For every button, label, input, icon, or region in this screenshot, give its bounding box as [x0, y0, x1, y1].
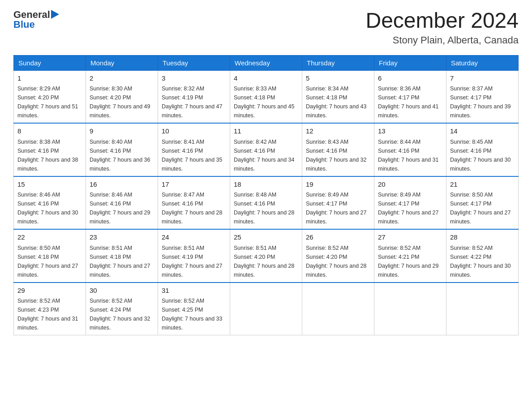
day-info: Sunrise: 8:43 AMSunset: 4:16 PMDaylight:…	[306, 139, 367, 172]
day-info: Sunrise: 8:44 AMSunset: 4:16 PMDaylight:…	[378, 139, 439, 172]
day-info: Sunrise: 8:36 AMSunset: 4:17 PMDaylight:…	[378, 86, 439, 119]
table-row: 2Sunrise: 8:30 AMSunset: 4:20 PMDaylight…	[86, 70, 158, 123]
day-info: Sunrise: 8:33 AMSunset: 4:18 PMDaylight:…	[234, 86, 295, 119]
calendar-week-1: 1Sunrise: 8:29 AMSunset: 4:20 PMDaylight…	[14, 70, 519, 123]
day-info: Sunrise: 8:52 AMSunset: 4:22 PMDaylight:…	[450, 245, 511, 278]
day-info: Sunrise: 8:49 AMSunset: 4:17 PMDaylight:…	[306, 192, 367, 225]
table-row	[302, 283, 374, 335]
day-number: 29	[17, 286, 82, 296]
day-info: Sunrise: 8:41 AMSunset: 4:16 PMDaylight:…	[162, 139, 223, 172]
day-number: 12	[306, 126, 370, 137]
day-number: 14	[450, 126, 515, 137]
day-number: 10	[162, 126, 226, 137]
day-number: 31	[162, 286, 226, 296]
table-row: 4Sunrise: 8:33 AMSunset: 4:18 PMDaylight…	[230, 70, 302, 123]
day-number: 8	[17, 126, 82, 137]
table-row: 30Sunrise: 8:52 AMSunset: 4:24 PMDayligh…	[86, 283, 158, 335]
day-info: Sunrise: 8:49 AMSunset: 4:17 PMDaylight:…	[378, 192, 439, 225]
day-info: Sunrise: 8:30 AMSunset: 4:20 PMDaylight:…	[90, 86, 150, 119]
table-row: 23Sunrise: 8:51 AMSunset: 4:18 PMDayligh…	[86, 229, 158, 283]
table-row: 10Sunrise: 8:41 AMSunset: 4:16 PMDayligh…	[158, 123, 230, 176]
calendar-table: Sunday Monday Tuesday Wednesday Thursday…	[13, 55, 519, 336]
table-row: 11Sunrise: 8:42 AMSunset: 4:16 PMDayligh…	[230, 123, 302, 176]
header-wednesday: Wednesday	[230, 55, 302, 70]
table-row: 18Sunrise: 8:48 AMSunset: 4:16 PMDayligh…	[230, 176, 302, 230]
table-row: 19Sunrise: 8:49 AMSunset: 4:17 PMDayligh…	[302, 176, 374, 230]
day-info: Sunrise: 8:51 AMSunset: 4:20 PMDaylight:…	[234, 245, 295, 278]
day-number: 15	[17, 180, 82, 190]
table-row: 12Sunrise: 8:43 AMSunset: 4:16 PMDayligh…	[302, 123, 374, 176]
day-info: Sunrise: 8:52 AMSunset: 4:23 PMDaylight:…	[17, 298, 78, 331]
logo-blue-text: Blue	[13, 19, 35, 30]
table-row	[374, 283, 446, 335]
day-number: 21	[450, 180, 515, 190]
month-title: December 2024	[365, 9, 519, 33]
table-row: 8Sunrise: 8:38 AMSunset: 4:16 PMDaylight…	[14, 123, 86, 176]
table-row: 14Sunrise: 8:45 AMSunset: 4:16 PMDayligh…	[446, 123, 519, 176]
day-number: 2	[90, 73, 154, 84]
logo-arrow-icon	[51, 10, 59, 19]
day-number: 23	[90, 232, 154, 243]
day-info: Sunrise: 8:29 AMSunset: 4:20 PMDaylight:…	[17, 86, 78, 119]
day-info: Sunrise: 8:52 AMSunset: 4:25 PMDaylight:…	[162, 298, 223, 331]
day-number: 16	[90, 180, 154, 190]
page-header: General Blue December 2024 Stony Plain, …	[13, 9, 519, 46]
day-info: Sunrise: 8:34 AMSunset: 4:18 PMDaylight:…	[306, 86, 367, 119]
table-row: 22Sunrise: 8:50 AMSunset: 4:18 PMDayligh…	[14, 229, 86, 283]
day-number: 4	[234, 73, 298, 84]
title-section: December 2024 Stony Plain, Alberta, Cana…	[365, 9, 519, 46]
calendar-week-3: 15Sunrise: 8:46 AMSunset: 4:16 PMDayligh…	[14, 176, 519, 230]
day-number: 27	[378, 232, 442, 243]
day-number: 22	[17, 232, 82, 243]
header-saturday: Saturday	[446, 55, 519, 70]
day-number: 7	[450, 73, 515, 84]
day-info: Sunrise: 8:52 AMSunset: 4:21 PMDaylight:…	[378, 245, 439, 278]
day-number: 3	[162, 73, 226, 84]
day-info: Sunrise: 8:46 AMSunset: 4:16 PMDaylight:…	[17, 192, 78, 225]
table-row	[230, 283, 302, 335]
table-row: 27Sunrise: 8:52 AMSunset: 4:21 PMDayligh…	[374, 229, 446, 283]
table-row: 31Sunrise: 8:52 AMSunset: 4:25 PMDayligh…	[158, 283, 230, 335]
table-row: 26Sunrise: 8:52 AMSunset: 4:20 PMDayligh…	[302, 229, 374, 283]
header-sunday: Sunday	[14, 55, 86, 70]
day-number: 13	[378, 126, 442, 137]
day-info: Sunrise: 8:46 AMSunset: 4:16 PMDaylight:…	[90, 192, 150, 225]
table-row: 16Sunrise: 8:46 AMSunset: 4:16 PMDayligh…	[86, 176, 158, 230]
table-row: 15Sunrise: 8:46 AMSunset: 4:16 PMDayligh…	[14, 176, 86, 230]
day-info: Sunrise: 8:45 AMSunset: 4:16 PMDaylight:…	[450, 139, 511, 172]
day-info: Sunrise: 8:51 AMSunset: 4:19 PMDaylight:…	[162, 245, 223, 278]
header-tuesday: Tuesday	[158, 55, 230, 70]
day-info: Sunrise: 8:47 AMSunset: 4:16 PMDaylight:…	[162, 192, 223, 225]
day-info: Sunrise: 8:50 AMSunset: 4:17 PMDaylight:…	[450, 192, 511, 225]
svg-marker-0	[51, 10, 59, 19]
day-info: Sunrise: 8:37 AMSunset: 4:17 PMDaylight:…	[450, 86, 511, 119]
table-row: 28Sunrise: 8:52 AMSunset: 4:22 PMDayligh…	[446, 229, 519, 283]
calendar-week-4: 22Sunrise: 8:50 AMSunset: 4:18 PMDayligh…	[14, 229, 519, 283]
calendar-header-row: Sunday Monday Tuesday Wednesday Thursday…	[14, 55, 519, 70]
table-row: 1Sunrise: 8:29 AMSunset: 4:20 PMDaylight…	[14, 70, 86, 123]
day-info: Sunrise: 8:32 AMSunset: 4:19 PMDaylight:…	[162, 86, 223, 119]
day-info: Sunrise: 8:48 AMSunset: 4:16 PMDaylight:…	[234, 192, 295, 225]
header-monday: Monday	[86, 55, 158, 70]
day-number: 18	[234, 180, 298, 190]
day-info: Sunrise: 8:40 AMSunset: 4:16 PMDaylight:…	[90, 139, 150, 172]
table-row	[446, 283, 519, 335]
logo: General Blue	[13, 9, 59, 30]
day-number: 25	[234, 232, 298, 243]
day-number: 11	[234, 126, 298, 137]
table-row: 24Sunrise: 8:51 AMSunset: 4:19 PMDayligh…	[158, 229, 230, 283]
day-number: 30	[90, 286, 154, 296]
day-info: Sunrise: 8:38 AMSunset: 4:16 PMDaylight:…	[17, 139, 78, 172]
table-row: 29Sunrise: 8:52 AMSunset: 4:23 PMDayligh…	[14, 283, 86, 335]
calendar-week-2: 8Sunrise: 8:38 AMSunset: 4:16 PMDaylight…	[14, 123, 519, 176]
table-row: 20Sunrise: 8:49 AMSunset: 4:17 PMDayligh…	[374, 176, 446, 230]
location-title: Stony Plain, Alberta, Canada	[365, 34, 519, 46]
table-row: 13Sunrise: 8:44 AMSunset: 4:16 PMDayligh…	[374, 123, 446, 176]
day-info: Sunrise: 8:52 AMSunset: 4:20 PMDaylight:…	[306, 245, 367, 278]
table-row: 17Sunrise: 8:47 AMSunset: 4:16 PMDayligh…	[158, 176, 230, 230]
calendar-week-5: 29Sunrise: 8:52 AMSunset: 4:23 PMDayligh…	[14, 283, 519, 335]
day-number: 28	[450, 232, 515, 243]
day-number: 26	[306, 232, 370, 243]
table-row: 6Sunrise: 8:36 AMSunset: 4:17 PMDaylight…	[374, 70, 446, 123]
table-row: 5Sunrise: 8:34 AMSunset: 4:18 PMDaylight…	[302, 70, 374, 123]
